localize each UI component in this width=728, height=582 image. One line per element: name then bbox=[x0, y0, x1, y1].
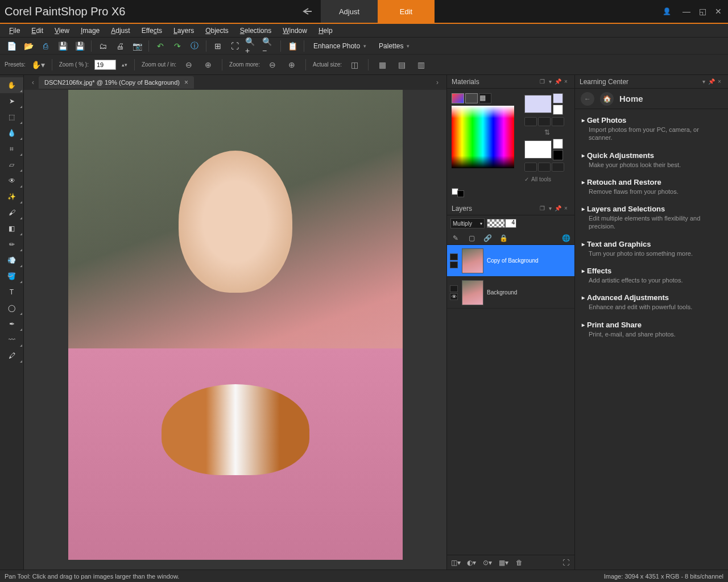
panel-restore-icon[interactable]: ❐ bbox=[538, 205, 546, 211]
panel-menu-icon[interactable]: ▾ bbox=[700, 78, 708, 85]
menu-image[interactable]: Image bbox=[76, 26, 104, 36]
menu-edit[interactable]: Edit bbox=[27, 26, 48, 36]
perspective-tool[interactable]: ▱ bbox=[0, 157, 23, 173]
makeover-tool[interactable]: ✨ bbox=[0, 189, 23, 205]
snap-icon[interactable]: ▤ bbox=[395, 58, 408, 72]
menu-effects[interactable]: Effects bbox=[137, 26, 167, 36]
zoom-out-icon[interactable]: 🔍− bbox=[262, 39, 276, 53]
background-swatch[interactable] bbox=[524, 140, 552, 159]
panel-restore-icon[interactable]: ❐ bbox=[538, 78, 546, 85]
mat-texture2-icon[interactable] bbox=[538, 163, 551, 172]
layer-row[interactable]: Copy of Background bbox=[447, 245, 574, 277]
back-button[interactable] bbox=[293, 0, 321, 23]
mat-null2-icon[interactable] bbox=[552, 163, 564, 172]
home-icon[interactable]: 🏠 bbox=[600, 92, 614, 106]
fit-icon[interactable]: ⛶ bbox=[228, 39, 242, 53]
pan-tool[interactable]: ✋ bbox=[0, 77, 23, 93]
tab-next[interactable]: › bbox=[432, 78, 443, 86]
new-adjustment-icon[interactable]: ◐▾ bbox=[466, 558, 477, 568]
mat-texture-icon[interactable] bbox=[538, 117, 551, 126]
menu-file[interactable]: File bbox=[5, 26, 24, 36]
layer-type-icon[interactable] bbox=[450, 285, 458, 292]
opacity-slider[interactable] bbox=[487, 219, 505, 228]
user-icon[interactable]: 👤 bbox=[663, 7, 671, 15]
layer-link-icon[interactable]: 🔗 bbox=[482, 233, 493, 243]
ruler-icon[interactable]: ▥ bbox=[414, 58, 428, 72]
save-as-icon[interactable]: 💾 bbox=[73, 39, 86, 53]
new-mask-icon[interactable]: ⊙▾ bbox=[482, 558, 493, 568]
info-icon[interactable]: ⓘ bbox=[188, 39, 201, 53]
zoom-input[interactable] bbox=[94, 60, 116, 70]
learn-item-effects[interactable]: Effects Add artistic effects to your pho… bbox=[575, 262, 728, 289]
zoom-more-out-icon[interactable]: ⊖ bbox=[266, 58, 279, 72]
material-tab-rainbow[interactable] bbox=[465, 93, 478, 103]
layer-type-icon[interactable] bbox=[450, 253, 458, 260]
restore-button[interactable]: ◱ bbox=[697, 6, 708, 16]
document-tab[interactable]: DSCN2106fix.jpg* @ 19% (Copy of Backgrou… bbox=[39, 76, 194, 89]
preset-pan-icon[interactable]: ✋▾ bbox=[31, 58, 45, 72]
enhance-photo-dropdown[interactable]: Enhance Photo bbox=[309, 41, 371, 51]
redeye-tool[interactable]: 👁 bbox=[0, 173, 23, 189]
palettes-dropdown[interactable]: Palettes bbox=[374, 41, 414, 51]
layer-visibility-icon[interactable]: 👁 bbox=[450, 293, 458, 300]
menu-view[interactable]: View bbox=[50, 26, 74, 36]
canvas-viewport[interactable] bbox=[24, 90, 446, 569]
menu-objects[interactable]: Objects bbox=[201, 26, 233, 36]
save-icon[interactable]: 💾 bbox=[56, 39, 69, 53]
mat-style2-icon[interactable] bbox=[524, 163, 537, 172]
tab-prev[interactable]: ‹ bbox=[27, 78, 39, 86]
delete-layer-icon[interactable]: 🗑 bbox=[514, 558, 524, 568]
learn-item-text-graphics[interactable]: Text and Graphics Turn your photo into s… bbox=[575, 235, 728, 262]
zoom-in-icon[interactable]: 🔍+ bbox=[245, 39, 259, 53]
gradient-tool[interactable]: ◧ bbox=[0, 221, 23, 236]
learn-item-layers-selections[interactable]: Layers and Selections Edit multiple elem… bbox=[575, 200, 728, 235]
dropper-tool[interactable]: 💧 bbox=[0, 125, 23, 141]
fg-swap-swatch[interactable] bbox=[553, 93, 563, 103]
zoom-more-in-icon[interactable]: ⊕ bbox=[285, 58, 299, 72]
learn-item-advanced-adjustments[interactable]: Advanced Adjustments Enhance and edit wi… bbox=[575, 289, 728, 315]
crop-tool[interactable]: ⌗ bbox=[0, 141, 23, 157]
zoom-out-small-icon[interactable]: ⊖ bbox=[182, 58, 196, 72]
layer-row[interactable]: 👁 Background bbox=[447, 277, 574, 309]
layer-styles-icon[interactable]: 🌐 bbox=[561, 233, 571, 243]
panel-menu-icon[interactable]: ▾ bbox=[546, 205, 554, 211]
bw-swatch-black[interactable] bbox=[457, 190, 464, 197]
panel-menu-icon[interactable]: ▾ bbox=[546, 78, 554, 85]
panel-close-icon[interactable]: × bbox=[715, 78, 723, 85]
panel-pin-icon[interactable]: 📌 bbox=[708, 78, 715, 85]
panel-pin-icon[interactable]: 📌 bbox=[554, 78, 562, 85]
layer-visibility-icon[interactable] bbox=[450, 261, 458, 268]
organizer-icon[interactable]: 🗂 bbox=[96, 39, 110, 53]
new-layer-icon[interactable]: ◫▾ bbox=[450, 558, 461, 568]
material-tab-frame[interactable] bbox=[452, 93, 464, 103]
color-picker[interactable] bbox=[452, 106, 514, 168]
mat-null-icon[interactable] bbox=[552, 117, 564, 126]
learn-item-print-share[interactable]: Print and Share Print, e-mail, and share… bbox=[575, 316, 728, 343]
menu-layers[interactable]: Layers bbox=[169, 26, 198, 36]
retouch-tool[interactable]: 💨 bbox=[0, 252, 23, 268]
selection-tool[interactable]: ⬚ bbox=[0, 109, 23, 125]
paint-tool[interactable]: ✏ bbox=[0, 236, 23, 252]
panel-close-icon[interactable]: × bbox=[562, 205, 570, 211]
scanner-icon[interactable]: ⎙ bbox=[39, 39, 52, 53]
pen-tool[interactable]: ✒ bbox=[0, 316, 23, 332]
warp-tool[interactable]: 〰 bbox=[0, 332, 23, 348]
expand-layers-icon[interactable]: ⛶ bbox=[561, 558, 571, 568]
layer-mask-icon[interactable]: ▢ bbox=[466, 233, 477, 243]
learn-item-quick-adjustments[interactable]: Quick Adjustments Make your photos look … bbox=[575, 147, 728, 173]
tab-adjust[interactable]: Adjust bbox=[321, 0, 378, 23]
mat-style-icon[interactable] bbox=[524, 117, 537, 126]
fill-tool[interactable]: 🪣 bbox=[0, 268, 23, 284]
paste-icon[interactable]: 📋 bbox=[286, 39, 299, 53]
close-button[interactable]: ✕ bbox=[713, 6, 723, 16]
resize-icon[interactable]: ⊞ bbox=[211, 39, 225, 53]
menu-help[interactable]: Help bbox=[314, 26, 337, 36]
camera-icon[interactable]: 📷 bbox=[130, 39, 144, 53]
zoom-in-small-icon[interactable]: ⊕ bbox=[201, 58, 215, 72]
open-file-icon[interactable]: 📂 bbox=[22, 39, 35, 53]
redo-icon[interactable]: ↷ bbox=[171, 39, 184, 53]
menu-window[interactable]: Window bbox=[278, 26, 312, 36]
edit-selection-icon[interactable]: ✎ bbox=[450, 233, 461, 243]
learn-item-retouch-restore[interactable]: Retouch and Restore Remove flaws from yo… bbox=[575, 173, 728, 200]
clone-tool[interactable]: 🖌 bbox=[0, 205, 23, 221]
